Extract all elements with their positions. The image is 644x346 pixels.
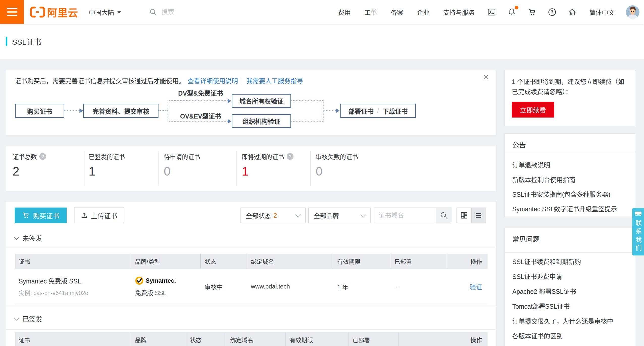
collapse-chevron-icon <box>14 234 19 240</box>
faq-link[interactable]: SSL证书续费和到期新购 <box>512 254 630 269</box>
cert-cell: Symantec 免费版 SSL 实例: cas-cn-v641almjy02c <box>15 269 131 304</box>
view-toggle <box>457 208 486 223</box>
faq-title: 常见问题 <box>512 234 540 244</box>
list-view-icon <box>475 212 482 219</box>
renewal-notice-card: 1 个证书即将到期，建议您立即续费（如已完成续费请忽略）： 立即续费 <box>504 70 635 126</box>
notifications-bell-icon[interactable] <box>502 8 522 16</box>
flow-download-label: 下载证书 <box>382 106 408 116</box>
faq-link[interactable]: 各版本证书的区别 <box>512 328 630 343</box>
table-row: Symantec 免费版 SSL 实例: cas-cn-v641almjy02c… <box>15 269 488 304</box>
notification-badge <box>515 6 518 9</box>
region-selector[interactable]: 中国大陆 <box>89 8 121 17</box>
announcement-link[interactable]: SSL证书安装指南(包含多种服务器) <box>512 187 630 201</box>
navbar-right: 费用 工单 备案 企业 支持与服务 ? 简体中文 <box>331 5 644 19</box>
caret-down-icon <box>117 11 121 16</box>
flow-arrow <box>168 121 228 122</box>
section-signed-header[interactable]: 已签发 <box>15 314 42 323</box>
card-view-toggle[interactable] <box>457 208 471 223</box>
brand-type: 免费版 SSL <box>135 288 166 297</box>
stat-pending: 待申请的证书 0 <box>164 152 200 178</box>
stat-divider <box>85 152 85 185</box>
flow-verify-org: 组织机构验证 <box>232 114 291 128</box>
domain-search-input[interactable] <box>374 208 436 223</box>
language-selector[interactable]: 简体中文 <box>582 8 621 17</box>
nav-item-tickets[interactable]: 工单 <box>358 8 384 17</box>
nav-item-support[interactable]: 支持与服务 <box>436 8 481 17</box>
nav-item-enterprise[interactable]: 企业 <box>410 8 436 17</box>
stat-label: 待申请的证书 <box>164 152 200 161</box>
stat-label: 已签发的证书 <box>89 152 125 161</box>
nav-item-icp[interactable]: 备案 <box>384 8 410 17</box>
notice-row: 证书购买后，需要完善证书信息并提交审核通过后才能使用。 查看详细使用说明 我需要… <box>15 76 303 85</box>
contact-us-tab[interactable]: 联系我们 <box>632 208 644 255</box>
col-actions: 操作 <box>447 254 488 269</box>
help-icon[interactable]: ? <box>39 153 46 160</box>
home-icon[interactable] <box>562 8 582 16</box>
usage-doc-link[interactable]: 查看详细使用说明 <box>187 76 238 85</box>
announcement-link[interactable]: 新版本控制台使用指南 <box>512 172 630 187</box>
section-unsigned-header[interactable]: 未签发 <box>15 233 42 243</box>
search-icon <box>440 212 448 219</box>
notice-text: 证书购买后，需要完善证书信息并提交审核通过后才能使用。 <box>15 76 185 85</box>
buy-certificate-button[interactable]: 购买证书 <box>15 208 67 223</box>
status-filter-dropdown[interactable]: 全部状态 2 <box>240 208 306 223</box>
flow-branch-ovev-label: OV&EV型证书 <box>169 111 232 120</box>
domain-search-button[interactable] <box>436 208 452 223</box>
flow-verify-domain: 域名所有权验证 <box>232 94 291 108</box>
cart-icon[interactable] <box>522 8 542 16</box>
brand-cell: Symantec. 免费版 SSL <box>131 269 201 304</box>
stat-divider <box>310 152 311 185</box>
announcement-link[interactable]: Symantec SSL数字证书升级重签提示 <box>512 201 630 216</box>
stat-value: 0 <box>316 164 358 178</box>
human-service-link[interactable]: 我需要人工服务指导 <box>246 76 303 85</box>
col-deployed: 已部署 <box>348 332 399 346</box>
renew-now-button[interactable]: 立即续费 <box>512 102 554 118</box>
search-input[interactable] <box>161 8 218 16</box>
aliyun-logo[interactable]: 阿里云 <box>30 5 78 19</box>
status-filter-label: 全部状态 <box>246 211 271 220</box>
table-header: 证书 品牌/类型 状态 绑定域名 有效期限 已部署 操作 <box>15 254 488 269</box>
renewal-text: 1 个证书即将到期，建议您立即续费（如已完成续费请忽略）： <box>512 77 628 97</box>
chat-icon <box>634 212 642 217</box>
faq-link[interactable]: Tomcat部署SSL证书 <box>512 298 630 313</box>
faq-link[interactable]: SSL证书退费申请 <box>512 269 630 283</box>
certificate-list-card: 购买证书 上传证书 全部状态 2 全部品牌 未签发 证书 品牌/类型 <box>6 201 496 346</box>
flow-arrow <box>323 100 324 122</box>
announcement-link[interactable]: 订单退款说明 <box>512 157 630 172</box>
help-icon[interactable]: ? <box>287 153 293 160</box>
actions-cell: 验证 <box>447 269 488 304</box>
chevron-down-icon <box>361 212 366 218</box>
stat-label: 证书总数 <box>13 152 37 161</box>
list-view-toggle[interactable] <box>471 208 486 223</box>
symantec-logo-icon <box>135 276 144 285</box>
flow-arrow <box>168 100 228 101</box>
link-divider <box>242 77 242 83</box>
brand-filter-dropdown[interactable]: 全部品牌 <box>308 208 371 223</box>
col-domain: 绑定域名 <box>226 332 286 346</box>
hamburger-menu-button[interactable] <box>0 0 24 24</box>
close-icon[interactable]: × <box>483 73 489 82</box>
nav-item-billing[interactable]: 费用 <box>331 8 358 17</box>
section-signed-title: 已签发 <box>22 314 42 323</box>
upload-certificate-button[interactable]: 上传证书 <box>74 208 124 223</box>
usage-notice-banner: 证书购买后，需要完善证书信息并提交审核通过后才能使用。 查看详细使用说明 我需要… <box>6 70 496 135</box>
section-unsigned-title: 未签发 <box>22 233 42 243</box>
verify-link[interactable]: 验证 <box>470 282 488 291</box>
upload-icon <box>81 212 88 219</box>
faq-link[interactable]: 订单提交很久了，为什么还是审核中 <box>512 313 630 328</box>
col-validity: 有效期限 <box>333 254 390 269</box>
help-icon[interactable]: ? <box>542 8 562 16</box>
global-search[interactable] <box>149 8 218 16</box>
stat-value: 1 <box>89 164 125 178</box>
col-brand-type: 品牌/类型 <box>131 254 201 269</box>
cloudshell-icon[interactable] <box>481 8 502 16</box>
cert-name: Symantec 免费版 SSL <box>19 276 81 285</box>
stat-expiring: 即将过期的证书? 1 <box>242 152 293 178</box>
region-label: 中国大陆 <box>89 8 114 17</box>
stat-label: 即将过期的证书 <box>242 152 284 161</box>
symantec-logo-text: Symantec. <box>146 277 176 284</box>
col-status: 状态 <box>186 332 226 346</box>
user-avatar[interactable] <box>626 5 639 19</box>
faq-link[interactable]: Apache2 部署SSL证书 <box>512 283 630 298</box>
announcements-title: 公告 <box>512 140 526 150</box>
